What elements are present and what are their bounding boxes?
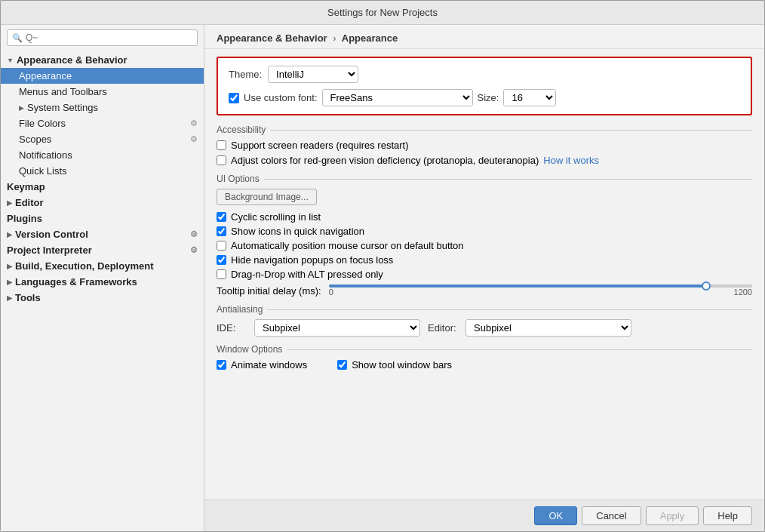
dialog-footer: OK Cancel Apply Help xyxy=(204,500,764,531)
sidebar-item-label: Languages & Frameworks xyxy=(15,276,137,288)
window-options-header: Window Options xyxy=(217,344,752,355)
content-main: Theme: IntelliJ Use custom font: FreeSan… xyxy=(204,49,764,500)
show-tool-bars-row: Show tool window bars xyxy=(337,359,452,371)
content-panel: Appearance & Behavior › Appearance Theme… xyxy=(204,25,764,531)
hide-navigation-label: Hide navigation popups on focus loss xyxy=(231,254,393,266)
sidebar-item-label: System Settings xyxy=(27,102,98,113)
antialiasing-header: Antialiasing xyxy=(217,304,752,315)
support-readers-checkbox[interactable] xyxy=(217,140,226,150)
cyclic-scrolling-row: Cyclic scrolling in list xyxy=(217,211,752,223)
theme-select[interactable]: IntelliJ xyxy=(268,66,358,83)
sidebar-item-version-control[interactable]: ▶ Version Control ⚙ xyxy=(1,226,204,242)
support-readers-label: Support screen readers (requires restart… xyxy=(231,140,409,151)
drag-drop-label: Drag-n-Drop with ALT pressed only xyxy=(231,269,383,280)
breadcrumb-arrow: › xyxy=(333,32,336,44)
sidebar-item-editor[interactable]: ▶ Editor xyxy=(1,195,204,211)
auto-position-label: Automatically position mouse cursor on d… xyxy=(231,240,464,251)
sidebar-item-plugins[interactable]: Plugins xyxy=(1,211,204,226)
sidebar-item-notifications[interactable]: Notifications xyxy=(1,147,204,163)
sidebar-item-label: Plugins xyxy=(7,213,42,224)
breadcrumb-part2: Appearance xyxy=(342,32,398,44)
auto-position-checkbox[interactable] xyxy=(217,241,226,251)
search-input[interactable] xyxy=(26,32,192,43)
ui-options-header: UI Options xyxy=(217,174,752,184)
sidebar-item-label: Project Interpreter xyxy=(7,244,92,256)
theme-label: Theme: xyxy=(229,69,262,80)
animate-windows-checkbox[interactable] xyxy=(217,360,226,370)
ide-aa-label: IDE: xyxy=(217,322,247,334)
sidebar-item-build-execution[interactable]: ▶ Build, Execution, Deployment xyxy=(1,258,204,274)
sidebar-item-label: Editor xyxy=(15,197,44,208)
font-select[interactable]: FreeSans xyxy=(322,89,473,106)
sidebar-item-label: Appearance & Behavior xyxy=(17,54,128,66)
sidebar-item-label: File Colors xyxy=(19,118,66,129)
sidebar-item-file-colors[interactable]: File Colors ⚙ xyxy=(1,115,204,131)
background-image-button[interactable]: Background Image... xyxy=(217,189,317,205)
tooltip-label: Tooltip initial delay (ms): xyxy=(217,285,321,297)
hide-navigation-checkbox[interactable] xyxy=(217,255,226,265)
animate-windows-label: Animate windows xyxy=(231,359,307,371)
sidebar-item-label: Keymap xyxy=(7,181,45,192)
sidebar-item-menus-toolbars[interactable]: Menus and Toolbars xyxy=(1,84,204,100)
search-icon: 🔍 xyxy=(12,33,23,43)
sidebar-item-label: Quick Lists xyxy=(19,165,67,177)
drag-drop-checkbox[interactable] xyxy=(217,269,226,279)
nav-tree: ▼ Appearance & Behavior Appearance Menus… xyxy=(1,51,204,531)
theme-row: Theme: IntelliJ xyxy=(229,66,740,83)
apply-button[interactable]: Apply xyxy=(646,506,699,525)
breadcrumb-part1: Appearance & Behavior xyxy=(217,32,327,44)
sidebar-item-label: Build, Execution, Deployment xyxy=(15,260,153,272)
support-readers-row: Support screen readers (requires restart… xyxy=(217,140,752,151)
ide-aa-select[interactable]: Subpixel Greyscale None xyxy=(254,319,420,337)
sidebar-item-system-settings[interactable]: ▶ System Settings xyxy=(1,100,204,115)
sidebar-item-languages-frameworks[interactable]: ▶ Languages & Frameworks xyxy=(1,274,204,290)
expand-triangle: ▶ xyxy=(7,199,12,207)
hide-navigation-row: Hide navigation popups on focus loss xyxy=(217,254,752,266)
sidebar-item-quick-lists[interactable]: Quick Lists xyxy=(1,163,204,179)
editor-aa-label: Editor: xyxy=(428,322,458,334)
show-icons-row: Show icons in quick navigation xyxy=(217,226,752,237)
expand-triangle: ▶ xyxy=(7,231,12,238)
sidebar-item-label: Tools xyxy=(15,292,41,303)
expand-triangle: ▶ xyxy=(7,278,12,286)
show-icons-checkbox[interactable] xyxy=(217,226,226,236)
sidebar-item-label: Scopes xyxy=(19,134,51,145)
expand-triangle: ▶ xyxy=(19,104,24,112)
slider-labels: 0 1200 xyxy=(329,288,752,297)
sidebar-item-label: Version Control xyxy=(15,229,88,240)
cancel-button[interactable]: Cancel xyxy=(582,506,641,525)
sidebar: 🔍 ▼ Appearance & Behavior Appearance Men… xyxy=(1,25,204,531)
size-select[interactable]: 16 xyxy=(503,89,556,106)
sidebar-item-label: Menus and Toolbars xyxy=(19,86,107,97)
slider-min: 0 xyxy=(329,288,333,297)
slider-max: 1200 xyxy=(734,288,752,297)
sidebar-item-appearance-behavior[interactable]: ▼ Appearance & Behavior xyxy=(1,52,204,68)
editor-aa-select[interactable]: Subpixel Greyscale None xyxy=(465,319,631,337)
version-control-icon: ⚙ xyxy=(190,229,198,239)
file-colors-icon: ⚙ xyxy=(190,118,198,128)
use-custom-font-label: Use custom font: xyxy=(244,92,318,103)
search-box[interactable]: 🔍 xyxy=(7,29,198,46)
show-tool-bars-label: Show tool window bars xyxy=(352,359,452,371)
accessibility-header: Accessibility xyxy=(217,125,752,135)
adjust-colors-label: Adjust colors for red-green vision defic… xyxy=(231,155,539,166)
use-custom-font-checkbox[interactable] xyxy=(229,93,239,103)
show-tool-bars-checkbox[interactable] xyxy=(337,360,347,370)
collapse-triangle: ▼ xyxy=(7,57,14,64)
adjust-colors-checkbox[interactable] xyxy=(217,155,226,165)
sidebar-item-tools[interactable]: ▶ Tools xyxy=(1,290,204,306)
antialiasing-row: IDE: Subpixel Greyscale None Editor: Sub… xyxy=(217,319,752,337)
settings-dialog: Settings for New Projects 🔍 ▼ Appearance… xyxy=(0,0,765,532)
sidebar-item-keymap[interactable]: Keymap xyxy=(1,179,204,195)
tooltip-row: Tooltip initial delay (ms): 0 1200 xyxy=(217,284,752,297)
sidebar-item-scopes[interactable]: Scopes ⚙ xyxy=(1,131,204,147)
auto-position-row: Automatically position mouse cursor on d… xyxy=(217,240,752,251)
ok-button[interactable]: OK xyxy=(534,506,577,525)
sidebar-item-project-interpreter[interactable]: Project Interpreter ⚙ xyxy=(1,242,204,258)
expand-triangle: ▶ xyxy=(7,263,12,270)
cyclic-scrolling-checkbox[interactable] xyxy=(217,212,226,222)
sidebar-item-appearance[interactable]: Appearance xyxy=(1,68,204,84)
animate-windows-row: Animate windows xyxy=(217,359,307,371)
help-button[interactable]: Help xyxy=(703,506,752,525)
how-it-works-link[interactable]: How it works xyxy=(543,155,599,166)
